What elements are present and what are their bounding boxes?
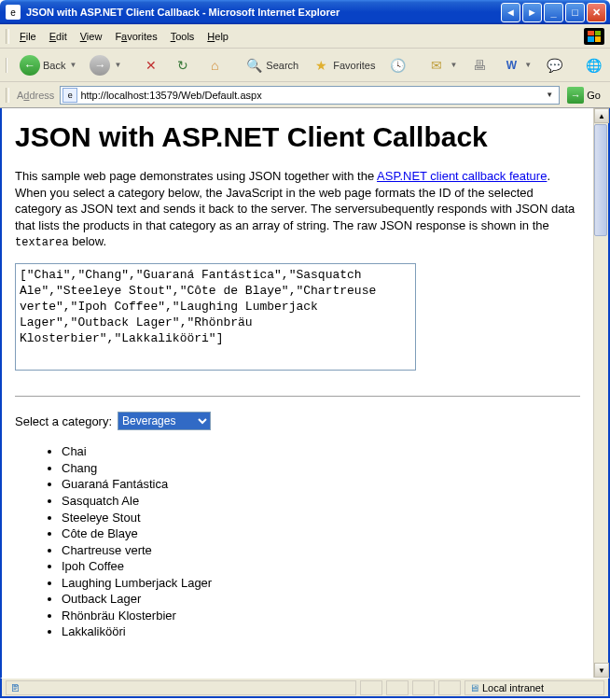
discuss-icon: 💬	[545, 56, 563, 75]
list-item: Chai	[62, 443, 580, 460]
json-response-textarea[interactable]: ["Chai","Chang","Guaraná Fantástica","Sa…	[15, 263, 416, 371]
close-button[interactable]: ✕	[587, 3, 606, 22]
globe-icon: 🌐	[584, 56, 603, 75]
list-item: Laughing Lumberjack Lager	[62, 575, 580, 592]
chevron-down-icon: ▼	[114, 61, 121, 69]
chevron-down-icon: ▼	[69, 61, 76, 69]
address-field[interactable]: e http://localhost:13579/Web/Default.asp…	[60, 86, 560, 105]
vertical-scrollbar[interactable]: ▲ ▼	[593, 108, 608, 678]
chevron-down-icon: ▼	[450, 61, 457, 69]
print-button[interactable]: 🖶	[465, 53, 493, 77]
refresh-icon: ↻	[173, 56, 192, 75]
history-icon: 🕓	[388, 56, 407, 75]
back-button[interactable]: ← Back ▼	[15, 52, 81, 78]
page-content: JSON with ASP.NET Client Callback This s…	[2, 108, 593, 678]
refresh-button[interactable]: ↻	[169, 53, 197, 77]
minimize-button[interactable]: _	[544, 3, 563, 22]
toolbar: ← Back ▼ → ▼ ✕ ↻ ⌂ 🔍 Search ★ Favorites …	[0, 49, 610, 82]
stop-icon: ✕	[142, 56, 160, 75]
address-url: http://localhost:13579/Web/Default.aspx	[80, 90, 542, 101]
discuss-button[interactable]: 💬	[540, 53, 568, 77]
back-icon: ←	[20, 55, 40, 76]
security-zone-pane: 🖥 Local intranet	[464, 680, 604, 695]
search-icon: 🔍	[244, 56, 263, 75]
page-heading: JSON with ASP.NET Client Callback	[15, 121, 580, 153]
scroll-thumb[interactable]	[594, 124, 607, 236]
scroll-down-button[interactable]: ▼	[594, 663, 609, 678]
favorites-label: Favorites	[333, 60, 375, 71]
window-titlebar: e JSON with ASP.NET Client Callback - Mi…	[0, 0, 610, 24]
research-button[interactable]: 🌐	[579, 53, 607, 77]
home-button[interactable]: ⌂	[201, 53, 229, 77]
list-item: Sasquatch Ale	[62, 493, 580, 510]
print-icon: 🖶	[470, 56, 489, 75]
window-title: JSON with ASP.NET Client Callback - Micr…	[24, 7, 501, 18]
callback-link[interactable]: ASP.NET client callback feature	[377, 169, 547, 183]
status-pane	[360, 680, 382, 695]
select-category-label: Select a category:	[15, 414, 112, 428]
divider	[15, 396, 580, 397]
word-icon: W	[502, 56, 520, 75]
menu-edit[interactable]: Edit	[43, 27, 74, 46]
resize-right-button[interactable]: ►	[522, 3, 542, 22]
status-pane	[412, 680, 435, 695]
back-label: Back	[43, 60, 65, 71]
status-pane-main: 🖹	[6, 680, 356, 695]
go-label: Go	[587, 90, 601, 101]
address-dropdown-icon[interactable]: ▼	[542, 91, 557, 99]
home-icon: ⌂	[205, 56, 224, 75]
list-item: Rhönbräu Klosterbier	[62, 608, 580, 624]
intro-paragraph: This sample web page demonstrates using …	[15, 168, 580, 250]
product-list: Chai Chang Guaraná Fantástica Sasquatch …	[15, 443, 580, 640]
search-button[interactable]: 🔍 Search	[240, 53, 303, 77]
edit-button[interactable]: W▼	[497, 53, 536, 77]
forward-button[interactable]: → ▼	[85, 52, 126, 78]
scroll-up-button[interactable]: ▲	[594, 108, 609, 123]
forward-icon: →	[90, 55, 110, 76]
menu-favorites[interactable]: Favorites	[108, 27, 163, 46]
list-item: Ipoh Coffee	[62, 558, 580, 575]
go-icon: →	[567, 87, 584, 104]
windows-logo-icon	[584, 28, 604, 45]
list-item: Chartreuse verte	[62, 542, 580, 559]
toolbar-handle[interactable]	[6, 58, 7, 73]
chevron-down-icon: ▼	[524, 61, 532, 69]
menu-view[interactable]: View	[74, 27, 109, 46]
address-bar: Address e http://localhost:13579/Web/Def…	[0, 82, 610, 108]
list-item: Outback Lager	[62, 591, 580, 608]
status-pane	[438, 680, 461, 695]
history-button[interactable]: 🕓	[383, 53, 411, 77]
category-select[interactable]: Beverages	[118, 412, 211, 430]
stop-button[interactable]: ✕	[137, 53, 165, 77]
menu-file[interactable]: File	[13, 27, 43, 46]
address-label: Address	[17, 90, 56, 101]
list-item: Guaraná Fantástica	[62, 476, 580, 493]
mail-button[interactable]: ✉▼	[423, 53, 462, 77]
mail-icon: ✉	[427, 56, 446, 75]
textarea-code: textarea	[15, 236, 69, 249]
menu-help[interactable]: Help	[201, 27, 235, 46]
intranet-icon: 🖥	[469, 682, 479, 693]
menu-tools[interactable]: Tools	[164, 27, 201, 46]
app-icon: e	[6, 5, 21, 20]
list-item: Côte de Blaye	[62, 525, 580, 542]
page-icon: e	[62, 88, 77, 103]
maximize-button[interactable]: □	[565, 3, 585, 22]
star-icon: ★	[312, 56, 330, 75]
go-button[interactable]: → Go	[563, 86, 604, 105]
status-pane	[386, 680, 409, 695]
status-bar: 🖹 🖥 Local intranet	[0, 678, 610, 698]
list-item: Chang	[62, 460, 580, 477]
menu-bar: File Edit View Favorites Tools Help	[0, 24, 610, 49]
resize-left-button[interactable]: ◄	[501, 3, 520, 22]
list-item: Steeleye Stout	[62, 510, 580, 526]
favorites-button[interactable]: ★ Favorites	[307, 53, 380, 77]
page-status-icon: 🖹	[10, 682, 21, 693]
address-handle[interactable]	[6, 88, 9, 103]
security-zone-label: Local intranet	[482, 682, 544, 693]
search-label: Search	[266, 60, 298, 71]
list-item: Lakkalikööri	[62, 623, 580, 640]
menu-handle[interactable]	[6, 29, 9, 44]
